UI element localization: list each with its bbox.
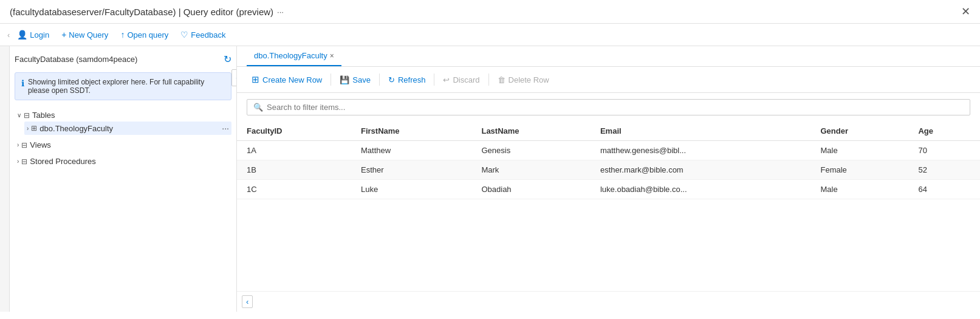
- col-first-name: FirstName: [351, 122, 471, 141]
- title-ellipsis[interactable]: ···: [277, 7, 284, 16]
- theology-faculty-tab[interactable]: dbo.TheologyFaculty ×: [247, 46, 341, 66]
- tree-tables-item[interactable]: ∨ ⊟ Tables: [15, 109, 231, 122]
- search-icon: 🔍: [253, 103, 263, 112]
- close-button[interactable]: ✕: [961, 5, 970, 18]
- table-cell: 52: [908, 160, 980, 180]
- sidebar-content: FacultyDatabase (samdom4peace) ↻ ℹ Showi…: [10, 46, 236, 179]
- tab-close-button[interactable]: ×: [330, 52, 334, 60]
- tree-tables-child: › ⊞ dbo.TheologyFaculty ···: [24, 122, 231, 135]
- refresh-button[interactable]: ↻ Refresh: [383, 73, 431, 87]
- table-cell: esther.mark@bible.com: [591, 160, 811, 180]
- table-cell: 1B: [237, 160, 351, 180]
- save-button[interactable]: 💾 Save: [335, 73, 375, 87]
- sidebar-collapse-button[interactable]: ‹: [231, 69, 237, 86]
- table-cell: Obadiah: [471, 180, 591, 199]
- col-age: Age: [908, 122, 980, 141]
- refresh-icon: ↻: [388, 75, 395, 84]
- stored-procedures-chevron-icon: ›: [17, 158, 19, 165]
- table-cell: luke.obadiah@bible.co...: [591, 180, 811, 199]
- table-row[interactable]: →1CLukeObadiahluke.obadiah@bible.co...Ma…: [237, 180, 980, 199]
- save-label: Save: [352, 75, 371, 84]
- tree-stored-procedures-section: › ⊟ Stored Procedures: [15, 155, 231, 168]
- theology-faculty-left: › ⊞ dbo.TheologyFaculty: [27, 124, 113, 133]
- tree-tables-section: ∨ ⊟ Tables › ⊞ dbo.TheologyFaculty ···: [15, 109, 231, 135]
- new-query-label: New Query: [69, 30, 108, 39]
- stored-procedures-folder-icon: ⊟: [21, 157, 27, 166]
- window-title: (facultydatabaseserver/FacultyDatabase) …: [10, 7, 273, 17]
- table-cell: 70: [908, 141, 980, 160]
- db-name: FacultyDatabase (samdom4peace): [15, 55, 137, 64]
- views-folder-icon: ⊟: [21, 141, 27, 149]
- info-icon: ℹ: [21, 78, 24, 88]
- new-query-button[interactable]: + New Query: [57, 27, 113, 42]
- table-body: 1AMatthewGenesismatthew.genesis@bibl...M…: [237, 141, 980, 199]
- feedback-icon: ♡: [180, 30, 188, 39]
- col-last-name: LastName: [471, 122, 591, 141]
- theology-faculty-chevron-icon: ›: [27, 125, 29, 132]
- toolbar-separator-1: [331, 74, 331, 86]
- theology-faculty-table-icon: ⊞: [31, 124, 37, 132]
- refresh-label: Refresh: [398, 75, 426, 84]
- toolbar-separator-3: [434, 74, 434, 86]
- create-new-row-button[interactable]: ⊞ Create New Row: [247, 72, 327, 87]
- content-toolbar: ⊞ Create New Row 💾 Save ↻ Refresh ↩ Disc…: [237, 67, 980, 93]
- delete-row-button[interactable]: 🗑 Delete Row: [493, 73, 554, 87]
- table-container: FacultyID FirstName LastName Email Gende…: [237, 122, 980, 291]
- info-box: ℹ Showing limited object explorer here. …: [15, 72, 231, 100]
- data-table: FacultyID FirstName LastName Email Gende…: [237, 122, 980, 199]
- search-bar: 🔍: [237, 93, 980, 122]
- login-label: Login: [30, 30, 49, 39]
- tree-stored-procedures-item[interactable]: › ⊟ Stored Procedures: [15, 155, 231, 168]
- table-cell: matthew.genesis@bibl...: [591, 141, 811, 160]
- tab-bar: dbo.TheologyFaculty ×: [237, 46, 980, 67]
- stored-procedures-label: Stored Procedures: [30, 157, 95, 166]
- tree-views-section: › ⊟ Views: [15, 139, 231, 151]
- table-cell: Luke: [351, 180, 471, 199]
- table-header: FacultyID FirstName LastName Email Gende…: [237, 122, 980, 141]
- views-chevron-icon: ›: [17, 142, 19, 148]
- login-icon: 👤: [17, 30, 27, 39]
- theology-faculty-item[interactable]: › ⊞ dbo.TheologyFaculty ···: [24, 122, 231, 135]
- top-toolbar: ‹ 👤 Login + New Query ↑ Open query ♡ Fee…: [0, 24, 980, 46]
- title-bar: (facultydatabaseserver/FacultyDatabase) …: [0, 0, 980, 24]
- title-bar-left: (facultydatabaseserver/FacultyDatabase) …: [10, 7, 284, 17]
- toolbar-separator-2: [379, 74, 380, 86]
- discard-icon: ↩: [443, 75, 450, 84]
- toolbar-separator-4: [488, 74, 489, 86]
- table-cell: Mark: [471, 160, 591, 180]
- table-cell: Matthew: [351, 141, 471, 160]
- views-label: Views: [30, 140, 50, 149]
- sidebar: FacultyDatabase (samdom4peace) ↻ ℹ Showi…: [0, 46, 237, 312]
- scroll-indicator: [0, 46, 10, 312]
- sidebar-db-header: FacultyDatabase (samdom4peace) ↻: [15, 53, 231, 65]
- discard-label: Discard: [453, 75, 479, 84]
- back-arrow-icon[interactable]: ‹: [7, 30, 10, 39]
- delete-row-label: Delete Row: [509, 75, 549, 84]
- open-query-label: Open query: [127, 30, 168, 39]
- table-cell: 1A: [237, 141, 351, 160]
- sidebar-refresh-button[interactable]: ↻: [224, 53, 231, 65]
- search-input[interactable]: [267, 103, 964, 112]
- header-row: FacultyID FirstName LastName Email Gende…: [237, 122, 980, 141]
- login-button[interactable]: 👤 Login: [12, 27, 54, 42]
- feedback-label: Feedback: [191, 30, 225, 39]
- discard-button[interactable]: ↩ Discard: [438, 73, 484, 87]
- tables-chevron-icon: ∨: [17, 112, 21, 118]
- col-gender: Gender: [811, 122, 909, 141]
- table-cell: →1C: [237, 180, 351, 199]
- feedback-button[interactable]: ♡ Feedback: [176, 27, 230, 42]
- tables-folder-icon: ⊟: [24, 111, 30, 120]
- panel-collapse-left-button[interactable]: ‹: [242, 295, 253, 308]
- open-query-button[interactable]: ↑ Open query: [115, 27, 173, 42]
- tree-views-item[interactable]: › ⊟ Views: [15, 139, 231, 151]
- table-row[interactable]: 1BEstherMarkesther.mark@bible.comFemale5…: [237, 160, 980, 180]
- new-query-icon: +: [61, 30, 66, 39]
- save-icon: 💾: [340, 75, 349, 84]
- open-query-icon: ↑: [120, 30, 125, 39]
- table-cell: Male: [811, 180, 909, 199]
- table-row[interactable]: 1AMatthewGenesismatthew.genesis@bibl...M…: [237, 141, 980, 160]
- col-faculty-id: FacultyID: [237, 122, 351, 141]
- table-cell: 64: [908, 180, 980, 199]
- table-more-button[interactable]: ···: [222, 123, 229, 133]
- tables-label: Tables: [32, 111, 55, 120]
